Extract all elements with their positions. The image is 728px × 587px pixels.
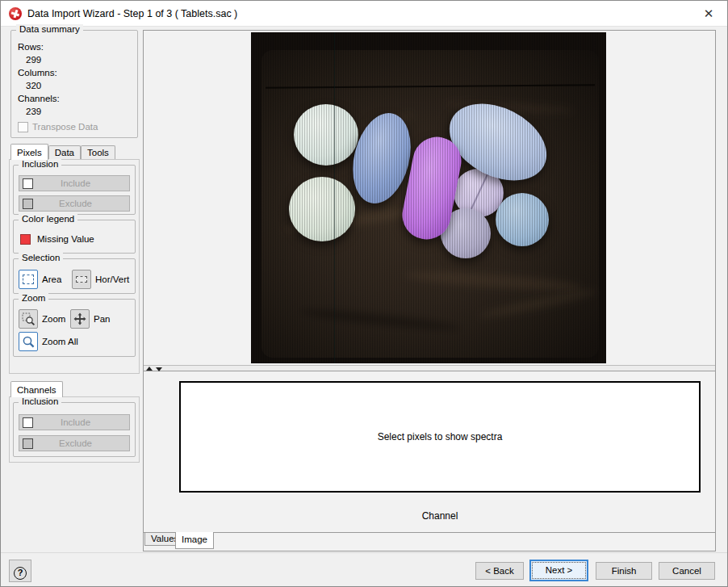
channels-exclude-checkbox-icon: [23, 438, 33, 449]
app-logo-icon: [9, 7, 22, 20]
zoom-group: Zoom Zoom Pan: [13, 299, 136, 357]
sidebar: Data summary Rows: 299 Columns: 320 Chan…: [7, 30, 143, 551]
close-icon[interactable]: ✕: [698, 3, 719, 24]
tablet-blue-gray-round: [496, 193, 549, 246]
zoom-all-icon: [22, 335, 36, 349]
channels-tabstrip: Channels: [10, 381, 63, 397]
pixels-tab-page: Inclusion Include Exclude Color legend M…: [9, 159, 140, 374]
help-icon: ?: [14, 567, 27, 580]
pixels-tabstrip: PixelsDataTools: [10, 144, 115, 160]
channels-exclude-button[interactable]: Exclude: [19, 435, 130, 451]
main-panel: Select pixels to show spectra Channel Va…: [143, 30, 716, 551]
tablets-layer: [251, 32, 606, 363]
color-legend-group: Color legend Missing Value: [13, 220, 136, 254]
channel-axis-label: Channel: [179, 510, 701, 522]
exclude-label: Exclude: [33, 199, 129, 208]
include-button[interactable]: Include: [19, 175, 130, 191]
horvert-select-icon: [76, 276, 87, 283]
channels-tab-page: Inclusion Include Exclude: [9, 396, 140, 463]
columns-label: Columns:: [18, 66, 131, 79]
horvert-select-button[interactable]: [72, 270, 91, 289]
sensor-line-artifact: [334, 32, 335, 363]
tablets-image[interactable]: [251, 32, 606, 363]
cancel-button[interactable]: Cancel: [659, 562, 715, 580]
exclude-checkbox-icon: [23, 199, 33, 209]
area-select-button[interactable]: [19, 270, 38, 289]
include-checkbox-icon: [23, 178, 33, 189]
view-tabstrip: Values Image: [144, 532, 715, 551]
channels-exclude-label: Exclude: [33, 438, 129, 448]
image-pane: [144, 31, 715, 365]
spectra-plot[interactable]: Select pixels to show spectra: [179, 381, 701, 493]
missing-value-label: Missing Value: [37, 233, 94, 245]
window-title: Data Import Wizard - Step 1 of 3 ( Table…: [27, 1, 237, 27]
selection-title: Selection: [19, 253, 63, 262]
footer-bar: ? < Back Next > Finish Cancel: [1, 552, 727, 587]
zoom-all-label: Zoom All: [42, 332, 78, 351]
exclude-button[interactable]: Exclude: [19, 195, 130, 212]
channels-value: 239: [18, 105, 131, 118]
channels-include-button[interactable]: Include: [19, 414, 130, 430]
tablet-white-round-top: [294, 104, 358, 166]
tab-tools[interactable]: Tools: [81, 145, 115, 160]
data-import-wizard-dialog: Data Import Wizard - Step 1 of 3 ( Table…: [0, 0, 728, 587]
tablet-white-round-bottom: [289, 177, 355, 241]
rows-label: Rows:: [18, 40, 131, 53]
pixels-inclusion-group: Inclusion Include Exclude: [13, 165, 136, 215]
tab-image[interactable]: Image: [175, 532, 214, 549]
channels-include-label: Include: [33, 417, 129, 427]
channels-label: Channels:: [18, 92, 131, 105]
include-label: Include: [33, 178, 129, 188]
tab-pixels[interactable]: Pixels: [10, 144, 48, 160]
pan-button[interactable]: [70, 309, 90, 329]
transpose-data-checkbox[interactable]: Transpose Data: [18, 119, 131, 134]
back-button[interactable]: < Back: [475, 562, 524, 580]
pan-label: Pan: [94, 309, 110, 329]
rows-value: 299: [18, 53, 131, 66]
tablet-score-line: [469, 174, 488, 213]
pan-icon: [73, 312, 86, 325]
data-summary-group: Data summary Rows: 299 Columns: 320 Chan…: [10, 30, 138, 138]
color-legend-title: Color legend: [19, 214, 77, 224]
next-button[interactable]: Next >: [529, 560, 588, 581]
title-bar: Data Import Wizard - Step 1 of 3 ( Table…: [1, 1, 727, 27]
data-summary-title: Data summary: [16, 24, 83, 34]
spectra-pane: Select pixels to show spectra Channel: [144, 371, 715, 532]
tab-data[interactable]: Data: [48, 145, 81, 160]
spectra-placeholder-text: Select pixels to show spectra: [378, 431, 503, 442]
missing-value-swatch: [20, 234, 31, 245]
zoom-label: Zoom: [42, 309, 65, 329]
channels-include-checkbox-icon: [23, 417, 33, 428]
transpose-data-label: Transpose Data: [32, 122, 98, 132]
selection-group: Selection Area Hor/Vert: [13, 258, 136, 294]
zoom-icon: [22, 312, 36, 326]
area-select-icon: [23, 275, 34, 284]
tab-channels[interactable]: Channels: [10, 381, 63, 397]
pane-splitter[interactable]: [144, 365, 715, 371]
finish-button[interactable]: Finish: [596, 562, 652, 580]
area-label: Area: [42, 270, 61, 289]
help-button[interactable]: ?: [9, 560, 31, 582]
horvert-label: Hor/Vert: [95, 270, 129, 289]
columns-value: 320: [18, 79, 131, 92]
zoom-button[interactable]: [19, 309, 38, 329]
splitter-up-icon[interactable]: [146, 367, 153, 371]
channels-inclusion-group: Inclusion Include Exclude: [13, 402, 136, 457]
zoom-all-button[interactable]: [19, 332, 38, 351]
checkbox-icon: [18, 122, 28, 132]
zoom-title: Zoom: [19, 293, 48, 303]
